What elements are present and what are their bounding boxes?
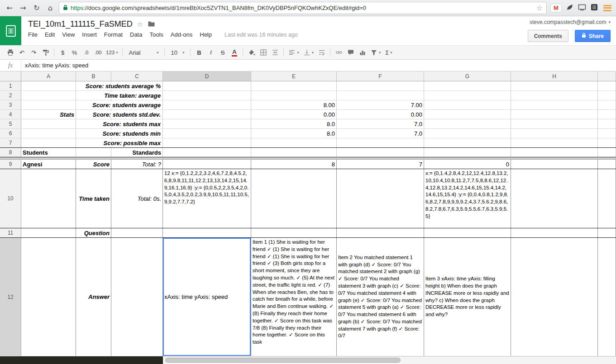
paint-format-button[interactable] (40, 47, 51, 58)
cell-I12[interactable] (598, 238, 616, 356)
cell-A5[interactable] (21, 119, 76, 128)
cell-F12[interactable]: Item 2 You matched statement 1 with grap… (337, 238, 424, 356)
back-button[interactable]: ← (4, 2, 15, 14)
column-header-F[interactable]: F (337, 71, 424, 81)
fill-color-button[interactable] (246, 47, 257, 58)
cell-F6[interactable]: 7.0 (337, 129, 424, 138)
leaf-extension-icon[interactable] (566, 3, 574, 13)
cell-H6[interactable] (511, 129, 598, 138)
cell-A12[interactable] (21, 238, 76, 356)
cell-H1[interactable] (511, 81, 598, 90)
column-header-G[interactable]: G (424, 71, 511, 81)
functions-button[interactable]: Σ▾ (383, 47, 394, 58)
cell-I1[interactable] (598, 81, 616, 90)
cell-C2[interactable]: Time taken: average (111, 91, 163, 100)
cell-H12[interactable] (511, 238, 598, 356)
bookmark-star-icon[interactable]: ☆ (536, 4, 543, 12)
menu-edit[interactable]: Edit (41, 30, 58, 39)
cell-I11[interactable] (598, 228, 616, 237)
cell-E4[interactable]: 0.00 (251, 110, 337, 119)
cell-B9[interactable]: Score (76, 160, 111, 169)
last-edit-status[interactable]: Last edit was 16 minutes ago (224, 32, 298, 38)
cell-G2[interactable] (424, 91, 511, 100)
column-header-E[interactable]: E (251, 71, 337, 81)
cell-G10[interactable]: x:= {0,1.4,2.8,4.2,12,12.4,12.8,13.2,10,… (424, 169, 511, 228)
cell-E9[interactable]: 8 (251, 160, 337, 169)
cell-I2[interactable] (598, 91, 616, 100)
row-header-10[interactable]: 10 (0, 169, 21, 228)
menu-insert[interactable]: Insert (78, 30, 100, 39)
undo-button[interactable]: ↶ (16, 47, 28, 58)
gmail-extension-icon[interactable]: M (550, 4, 562, 12)
horizontal-align-button[interactable]: ▾ (287, 47, 301, 58)
cell-D5[interactable] (163, 119, 251, 128)
menu-addons[interactable]: Add-ons (167, 30, 196, 39)
sheets-logo[interactable] (0, 16, 21, 45)
insert-comment-button[interactable] (345, 47, 356, 58)
cell-E1[interactable] (251, 81, 337, 90)
text-wrap-button[interactable] (316, 47, 327, 58)
cell-C12[interactable] (111, 238, 163, 356)
cell-D10[interactable]: 12 x:= {0,1.2,2,2,3.2,4,6,7.2,8,4.5.2,6,… (163, 169, 251, 228)
cell-C4[interactable]: Score: students std.dev. (111, 110, 163, 119)
cell-H5[interactable] (511, 119, 598, 128)
cell-F7[interactable] (337, 138, 424, 147)
address-bar[interactable]: https://docs.google.com/spreadsheets/d/1… (59, 2, 547, 14)
cell-A8[interactable]: Students (21, 148, 76, 157)
cell-G6[interactable] (424, 129, 511, 138)
cell-I4[interactable] (598, 110, 616, 119)
cell-G12[interactable]: Item 3 xAxis: time yAxis: filling height… (424, 238, 511, 356)
insert-chart-button[interactable] (357, 47, 368, 58)
cell-H7[interactable] (511, 138, 598, 147)
column-header-D[interactable]: D (163, 71, 251, 81)
cell-D1[interactable] (163, 81, 251, 90)
cell-E11[interactable] (251, 228, 337, 237)
cell-B12[interactable]: Answer (76, 238, 111, 356)
cell-F8[interactable] (337, 148, 424, 157)
cell-G4[interactable] (424, 110, 511, 119)
vertical-align-button[interactable]: ▾ (301, 47, 315, 58)
home-button[interactable]: ⌂ (44, 2, 56, 14)
row-header-6[interactable]: 6 (0, 129, 21, 138)
cell-C7[interactable]: Score: possible max (111, 138, 163, 147)
cell-F2[interactable] (337, 91, 424, 100)
cell-C1[interactable]: Score: students average % (111, 81, 163, 90)
more-formats-button[interactable]: 123▾ (104, 47, 119, 58)
cell-G8[interactable] (424, 148, 511, 157)
cell-F4[interactable]: 0.00 (337, 110, 424, 119)
cell-A6[interactable] (21, 129, 76, 138)
row-header-12[interactable]: 12 (0, 238, 21, 356)
cell-C5[interactable]: Score: students max (111, 119, 163, 128)
menu-tools[interactable]: Tools (146, 30, 167, 39)
cell-F3[interactable]: 7.00 (337, 100, 424, 109)
cell-H2[interactable] (511, 91, 598, 100)
row-header-5[interactable]: 5 (0, 119, 21, 128)
print-button[interactable] (5, 47, 16, 58)
column-header-H[interactable]: H (511, 71, 598, 81)
cell-D12[interactable]: xAxis: time yAxis: speed (163, 238, 251, 356)
cell-E10[interactable] (251, 169, 337, 228)
cell-C6[interactable]: Score: studends min (111, 129, 163, 138)
cell-A4[interactable]: Stats (21, 110, 76, 119)
text-color-button[interactable]: A (229, 47, 240, 58)
forward-button[interactable]: → (17, 2, 29, 14)
cell-H10[interactable] (511, 169, 598, 228)
row-header-4[interactable]: 4 (0, 110, 21, 119)
font-size-select[interactable]: 10▾ (167, 47, 187, 58)
cell-G9[interactable]: 0 (424, 160, 511, 169)
cell-C3[interactable]: Score: students average (111, 100, 163, 109)
cell-I7[interactable] (598, 138, 616, 147)
cell-I3[interactable] (598, 100, 616, 109)
menu-help[interactable]: Help (196, 30, 215, 39)
cell-D3[interactable] (163, 100, 251, 109)
menu-view[interactable]: View (58, 30, 78, 39)
cell-C9[interactable]: Total: ? (111, 160, 163, 169)
star-document-icon[interactable]: ☆ (137, 20, 143, 28)
menu-data[interactable]: Data (126, 30, 146, 39)
cell-A11[interactable] (21, 228, 76, 237)
cell-B10[interactable]: Time taken (76, 169, 111, 228)
increase-decimals-button[interactable]: .00 (92, 47, 104, 58)
cell-D6[interactable] (163, 129, 251, 138)
bold-button[interactable]: B (193, 47, 205, 58)
decrease-decimals-button[interactable]: .0 (81, 47, 92, 58)
